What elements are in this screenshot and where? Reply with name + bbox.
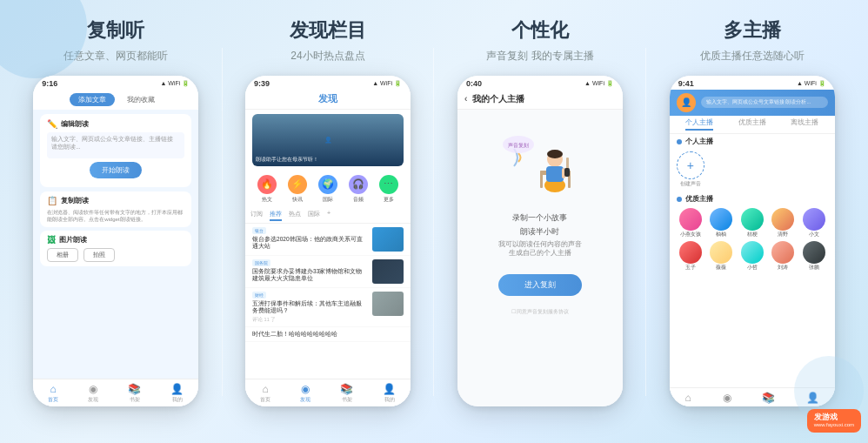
fayouxi-brand: 发游戏 — [814, 413, 854, 423]
feature-subtitle-1: 任意文章、网页都能听 — [63, 49, 168, 64]
nav-home-4[interactable]: ⌂ — [685, 392, 691, 404]
news-item-4: 时代生二胎！哈哈哈哈哈哈哈哈 — [245, 327, 411, 342]
phone1-copy-text: 在浏览器、阅读软件等任何带有文字的地方，打开本应用都能朗读全部内容。点击在wid… — [47, 209, 184, 224]
p2-tab-hot[interactable]: 热点 — [289, 210, 301, 221]
anchor-avatar-10 — [803, 241, 825, 264]
phone3-text-area: 录制一个小故事 朗读半小时 我可以朗读任何内容的声音 生成自己的个人主播 — [457, 205, 623, 265]
news-thumb-3 — [372, 292, 404, 316]
fayouxi-url: www.fayouxi.com — [814, 422, 854, 429]
nav-shelf-2[interactable]: 📚 书架 — [340, 383, 353, 404]
p4-tab-quality[interactable]: 优质主播 — [738, 118, 766, 131]
phone1-tab-active[interactable]: 添加文章 — [70, 93, 115, 106]
nav-discover-2[interactable]: ◉ 发现 — [300, 383, 310, 404]
anchor-name-7: 薇薇 — [716, 265, 726, 271]
nav-shelf-4[interactable]: 📚 — [762, 392, 775, 404]
anchor-4[interactable]: 清野 — [770, 208, 798, 238]
p2-tab-sub[interactable]: 订阅 — [250, 210, 263, 221]
shelf-icon: 📚 — [128, 383, 141, 395]
add-personal-container[interactable]: + 创建声音 — [677, 151, 704, 188]
phone2-header: 发现 — [245, 90, 411, 110]
cat-hot[interactable]: 🔥 热文 — [257, 175, 277, 204]
phone4-user-row: 👤 输入文字、网页或公众号文章链接 朗读分析... — [670, 90, 835, 116]
news-thumb-2 — [372, 259, 404, 284]
phone4-section1-title: 个人主播 — [670, 134, 835, 148]
p4-tab-personal[interactable]: 个人主播 — [685, 118, 713, 131]
p2-tab-plus[interactable]: + — [327, 210, 331, 221]
nav-mine-4[interactable]: 👤 — [806, 392, 819, 404]
anchor-avatar-3 — [741, 208, 764, 231]
nav-shelf-1[interactable]: 📚 书架 — [128, 383, 141, 404]
anchor-name-1: 小燕女孩 — [680, 232, 701, 238]
divider-1 — [222, 48, 223, 396]
anchor-name-9: 刘涛 — [778, 265, 788, 271]
phone1-edit-card: ✏️ 编辑朗读 输入文字、网页或公众号文章链接、主播链接 请您朗读... 开始朗… — [40, 114, 191, 187]
section1-dot — [677, 139, 682, 144]
add-personal-btn[interactable]: + — [677, 151, 704, 179]
phone4-tabs: 个人主播 优质主播 离线主播 — [670, 116, 835, 134]
news-text-2: 国务院 国务院要求办妥博建办33家博物馆和文物建筑最大火灾隐患单位 — [252, 259, 367, 283]
discover-icon: ◉ — [89, 383, 97, 395]
nav-discover-1[interactable]: ◉ 发现 — [88, 383, 98, 404]
p4-tab-offline[interactable]: 离线主播 — [791, 118, 818, 131]
anchor-6[interactable]: 玉子 — [677, 241, 704, 271]
album-btn[interactable]: 相册 — [47, 248, 78, 262]
nav-home-2[interactable]: ⌂ 首页 — [260, 383, 270, 404]
phone3-header-title: 我的个人主播 — [472, 93, 524, 105]
anchor-avatar-6 — [679, 241, 702, 264]
cat-more-icon: ⋯ — [379, 175, 398, 194]
phone1-content: 添加文章 我的收藏 ✏️ 编辑朗读 输入文字、网页或公众号文章链接、主播链接 请… — [33, 90, 198, 406]
nav-mine-1[interactable]: 👤 我的 — [170, 383, 184, 404]
copy-icon: 📋 — [47, 196, 57, 205]
phone1-copy-title: 📋 复制朗读 — [47, 196, 184, 205]
news-tag-3: 财经 — [252, 292, 266, 299]
phone2-categories: 🔥 热文 ⚡ 快讯 🌍 国际 🎧 音频 — [245, 171, 411, 208]
camera-btn[interactable]: 拍照 — [83, 248, 115, 262]
anchor-avatar-5 — [803, 208, 825, 231]
anchor-3[interactable]: 桔梗 — [738, 208, 766, 238]
phone4-search-field[interactable]: 输入文字、网页或公众号文章链接 朗读分析... — [701, 97, 828, 108]
anchor-2[interactable]: 柚柚 — [707, 208, 735, 238]
add-personal-label: 创建声音 — [680, 180, 701, 188]
anchor-8[interactable]: 小哲 — [738, 241, 766, 271]
cat-fast[interactable]: ⚡ 快讯 — [288, 175, 307, 204]
nav-mine-2[interactable]: 👤 我的 — [383, 383, 396, 404]
cat-audio[interactable]: 🎧 音频 — [349, 175, 368, 204]
nav-discover-4[interactable]: ◉ — [723, 392, 731, 404]
feature-section-2: 发现栏目 24小时热点盘点 9:39 ▲ WiFi 🔋 发现 👤 朗读助手让您在… — [228, 17, 428, 426]
anchor-10[interactable]: 张鹏 — [800, 241, 828, 271]
back-arrow-icon[interactable]: ‹ — [464, 94, 467, 104]
phone-frame-2: 9:39 ▲ WiFi 🔋 发现 👤 朗读助手让您在母亲节听！ 🔥 — [245, 76, 411, 406]
anchor-7[interactable]: 薇薇 — [707, 241, 735, 271]
anchor-9[interactable]: 刘涛 — [770, 241, 798, 271]
illus-text-1: 录制一个小故事 — [471, 212, 610, 224]
anchor-5[interactable]: 小文 — [800, 208, 828, 238]
anchor-name-3: 桔梗 — [747, 232, 758, 238]
news-item-3: 财经 五洲打保事件和解后续：其他车主追融服务费能退吗？ 评论 11 了 — [245, 288, 411, 328]
feature-section-3: 个性化 声音复刻 我的专属主播 0:40 ▲ WiFi 🔋 ‹ 我的个人主播 — [440, 17, 640, 426]
cat-hot-icon: 🔥 — [257, 175, 277, 194]
status-time-1: 9:16 — [42, 79, 57, 88]
illustration-svg: 声音复刻 — [492, 123, 588, 201]
nav-home-1[interactable]: ⌂ 首页 — [48, 383, 58, 404]
phone1-start-btn[interactable]: 开始朗读 — [90, 162, 142, 178]
feature-title-3: 个性化 — [511, 17, 569, 44]
phone1-copy-card: 📋 复制朗读 在浏览器、阅读软件等任何带有文字的地方，打开本应用都能朗读全部内容… — [40, 191, 191, 228]
phone2-video-thumb[interactable]: 👤 朗读助手让您在母亲节听！ — [252, 114, 404, 166]
p2-tab-intl[interactable]: 国际 — [308, 210, 320, 221]
anchor-avatar-9 — [771, 241, 794, 264]
anchor-avatar-8 — [741, 241, 764, 264]
phone2-bottom-nav: ⌂ 首页 ◉ 发现 📚 书架 👤 我的 — [245, 379, 411, 406]
feature-subtitle-2: 24小时热点盘点 — [290, 49, 364, 64]
status-bar-4: 9:41 ▲ WiFi 🔋 — [670, 76, 835, 90]
cat-more[interactable]: ⋯ 更多 — [379, 175, 398, 204]
anchor-name-8: 小哲 — [747, 265, 758, 271]
p2-tab-rec[interactable]: 推荐 — [270, 210, 282, 221]
cat-intl[interactable]: 🌍 国际 — [318, 175, 337, 204]
phone1-tab-2[interactable]: 我的收藏 — [120, 93, 162, 106]
anchor-1[interactable]: 小燕女孩 — [677, 208, 704, 238]
illus-text-4: 生成自己的个人主播 — [471, 249, 610, 258]
phone3-enter-btn[interactable]: 进入复刻 — [498, 274, 582, 296]
svg-rect-1 — [540, 171, 543, 188]
phone1-input[interactable]: 输入文字、网页或公众号文章链接、主播链接 请您朗读... — [47, 132, 184, 158]
news-tag-1: 银台 — [252, 227, 266, 235]
